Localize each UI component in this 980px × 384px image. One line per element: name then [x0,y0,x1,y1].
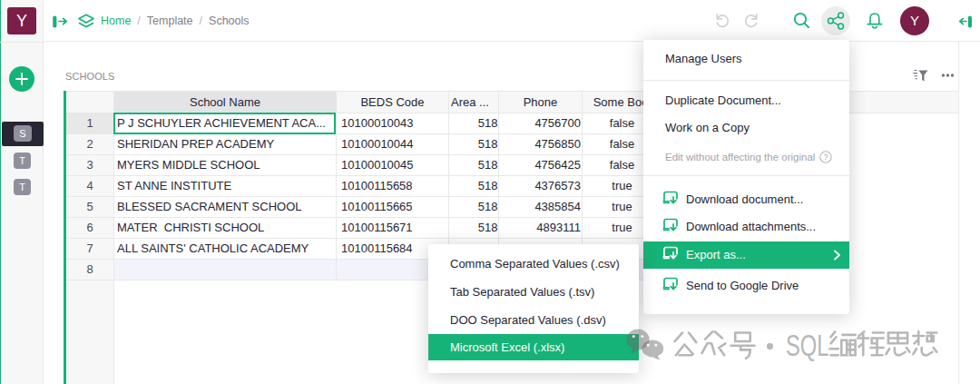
svg-text:?: ? [823,153,828,162]
